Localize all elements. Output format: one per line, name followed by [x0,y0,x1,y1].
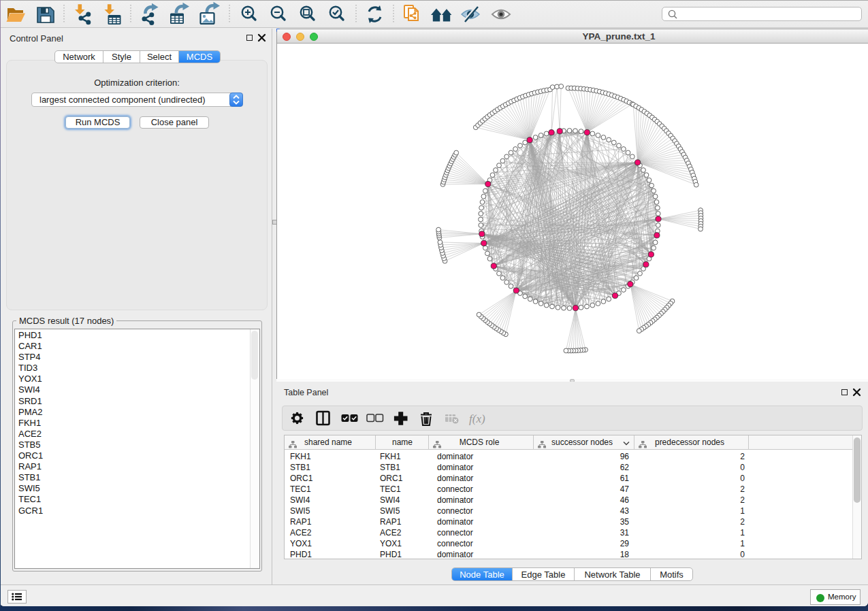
svg-text:f(x): f(x) [469,412,485,425]
